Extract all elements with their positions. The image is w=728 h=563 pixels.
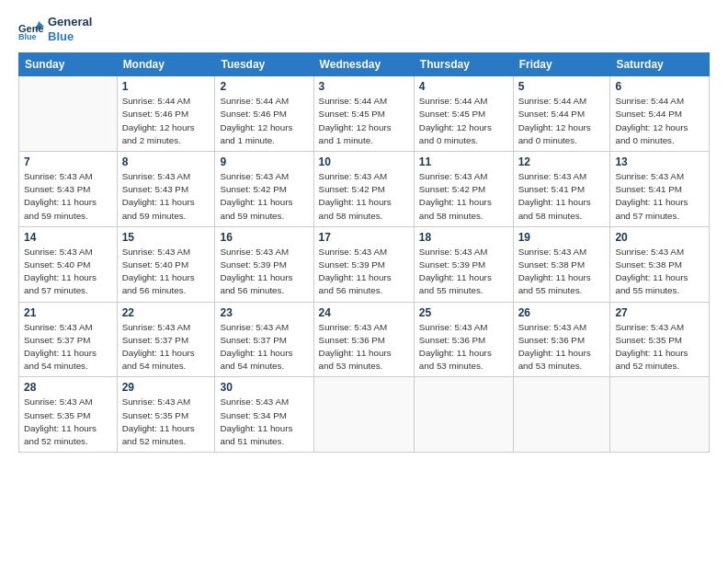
calendar-cell: 30Sunrise: 5:43 AMSunset: 5:34 PMDayligh… xyxy=(215,377,313,453)
day-number: 25 xyxy=(419,306,508,319)
day-number: 22 xyxy=(122,306,210,319)
logo-text-blue: Blue xyxy=(48,29,92,44)
calendar-cell: 25Sunrise: 5:43 AMSunset: 5:36 PMDayligh… xyxy=(414,302,513,377)
day-number: 28 xyxy=(24,381,112,394)
day-info: Sunrise: 5:43 AMSunset: 5:38 PMDaylight:… xyxy=(518,246,606,298)
day-number: 23 xyxy=(220,306,308,319)
day-info: Sunrise: 5:43 AMSunset: 5:43 PMDaylight:… xyxy=(122,170,210,223)
day-number: 7 xyxy=(24,155,112,168)
calendar-header-thursday: Thursday xyxy=(414,53,513,76)
day-number: 29 xyxy=(122,381,210,394)
day-number: 13 xyxy=(615,155,704,168)
calendar-cell: 26Sunrise: 5:43 AMSunset: 5:36 PMDayligh… xyxy=(513,302,610,377)
calendar-cell: 9Sunrise: 5:43 AMSunset: 5:42 PMDaylight… xyxy=(215,152,313,227)
calendar-cell: 13Sunrise: 5:43 AMSunset: 5:41 PMDayligh… xyxy=(610,152,710,227)
day-number: 6 xyxy=(615,80,704,93)
calendar-header-friday: Friday xyxy=(513,53,610,76)
day-info: Sunrise: 5:43 AMSunset: 5:36 PMDaylight:… xyxy=(319,321,409,373)
day-number: 9 xyxy=(220,155,308,168)
day-number: 5 xyxy=(518,80,606,93)
day-info: Sunrise: 5:43 AMSunset: 5:42 PMDaylight:… xyxy=(419,170,508,223)
day-number: 15 xyxy=(122,231,210,244)
calendar-cell: 6Sunrise: 5:44 AMSunset: 5:44 PMDaylight… xyxy=(610,76,710,152)
calendar-cell: 19Sunrise: 5:43 AMSunset: 5:38 PMDayligh… xyxy=(513,226,610,302)
calendar-row-3: 21Sunrise: 5:43 AMSunset: 5:37 PMDayligh… xyxy=(19,302,710,377)
calendar-cell xyxy=(610,377,710,453)
day-number: 16 xyxy=(220,231,308,244)
day-info: Sunrise: 5:43 AMSunset: 5:43 PMDaylight:… xyxy=(24,170,112,223)
calendar-cell: 17Sunrise: 5:43 AMSunset: 5:39 PMDayligh… xyxy=(313,226,414,302)
calendar-cell: 7Sunrise: 5:43 AMSunset: 5:43 PMDaylight… xyxy=(19,152,118,227)
day-info: Sunrise: 5:43 AMSunset: 5:40 PMDaylight:… xyxy=(24,246,112,298)
day-info: Sunrise: 5:44 AMSunset: 5:44 PMDaylight:… xyxy=(615,95,704,147)
calendar-table: SundayMondayTuesdayWednesdayThursdayFrid… xyxy=(18,52,710,453)
day-number: 3 xyxy=(319,80,409,93)
svg-text:Blue: Blue xyxy=(18,32,37,40)
logo-icon: General Blue xyxy=(18,19,44,40)
calendar-cell xyxy=(414,377,513,453)
calendar-cell: 16Sunrise: 5:43 AMSunset: 5:39 PMDayligh… xyxy=(215,226,313,302)
day-info: Sunrise: 5:44 AMSunset: 5:46 PMDaylight:… xyxy=(122,95,210,147)
day-info: Sunrise: 5:43 AMSunset: 5:36 PMDaylight:… xyxy=(419,321,508,373)
day-info: Sunrise: 5:43 AMSunset: 5:41 PMDaylight:… xyxy=(615,170,704,223)
day-number: 11 xyxy=(419,155,508,168)
day-info: Sunrise: 5:43 AMSunset: 5:40 PMDaylight:… xyxy=(122,246,210,298)
header: General Blue General Blue xyxy=(18,15,710,43)
calendar-cell xyxy=(19,76,118,152)
day-number: 26 xyxy=(518,306,606,319)
page-container: General Blue General Blue SundayMondayTu… xyxy=(0,0,728,462)
calendar-header-monday: Monday xyxy=(117,53,215,76)
calendar-cell: 12Sunrise: 5:43 AMSunset: 5:41 PMDayligh… xyxy=(513,152,610,227)
day-info: Sunrise: 5:44 AMSunset: 5:45 PMDaylight:… xyxy=(419,95,508,147)
day-info: Sunrise: 5:43 AMSunset: 5:34 PMDaylight:… xyxy=(220,396,308,448)
calendar-row-2: 14Sunrise: 5:43 AMSunset: 5:40 PMDayligh… xyxy=(19,226,710,302)
calendar-cell: 3Sunrise: 5:44 AMSunset: 5:45 PMDaylight… xyxy=(313,76,414,152)
calendar-cell xyxy=(313,377,414,453)
calendar-cell: 29Sunrise: 5:43 AMSunset: 5:35 PMDayligh… xyxy=(117,377,215,453)
calendar-row-0: 1Sunrise: 5:44 AMSunset: 5:46 PMDaylight… xyxy=(19,76,710,152)
logo-text-general: General xyxy=(48,15,92,29)
calendar-cell: 23Sunrise: 5:43 AMSunset: 5:37 PMDayligh… xyxy=(215,302,313,377)
day-info: Sunrise: 5:43 AMSunset: 5:37 PMDaylight:… xyxy=(220,321,308,373)
day-info: Sunrise: 5:43 AMSunset: 5:35 PMDaylight:… xyxy=(122,396,210,448)
day-info: Sunrise: 5:43 AMSunset: 5:38 PMDaylight:… xyxy=(615,246,704,298)
calendar-cell: 22Sunrise: 5:43 AMSunset: 5:37 PMDayligh… xyxy=(117,302,215,377)
calendar-cell xyxy=(513,377,610,453)
day-number: 21 xyxy=(24,306,112,319)
calendar-cell: 10Sunrise: 5:43 AMSunset: 5:42 PMDayligh… xyxy=(313,152,414,227)
calendar-cell: 20Sunrise: 5:43 AMSunset: 5:38 PMDayligh… xyxy=(610,226,710,302)
day-info: Sunrise: 5:43 AMSunset: 5:35 PMDaylight:… xyxy=(615,321,704,373)
day-number: 4 xyxy=(419,80,508,93)
day-info: Sunrise: 5:44 AMSunset: 5:45 PMDaylight:… xyxy=(319,95,409,147)
day-info: Sunrise: 5:43 AMSunset: 5:36 PMDaylight:… xyxy=(518,321,606,373)
day-number: 20 xyxy=(615,231,704,244)
day-info: Sunrise: 5:43 AMSunset: 5:37 PMDaylight:… xyxy=(24,321,112,373)
day-info: Sunrise: 5:44 AMSunset: 5:46 PMDaylight:… xyxy=(220,95,308,147)
day-info: Sunrise: 5:43 AMSunset: 5:42 PMDaylight:… xyxy=(319,170,409,223)
calendar-cell: 18Sunrise: 5:43 AMSunset: 5:39 PMDayligh… xyxy=(414,226,513,302)
day-number: 18 xyxy=(419,231,508,244)
day-number: 10 xyxy=(319,155,409,168)
calendar-row-1: 7Sunrise: 5:43 AMSunset: 5:43 PMDaylight… xyxy=(19,152,710,227)
calendar-row-4: 28Sunrise: 5:43 AMSunset: 5:35 PMDayligh… xyxy=(19,377,710,453)
day-number: 27 xyxy=(615,306,704,319)
day-number: 1 xyxy=(122,80,210,93)
calendar-cell: 21Sunrise: 5:43 AMSunset: 5:37 PMDayligh… xyxy=(19,302,118,377)
calendar-cell: 14Sunrise: 5:43 AMSunset: 5:40 PMDayligh… xyxy=(19,226,118,302)
calendar-cell: 28Sunrise: 5:43 AMSunset: 5:35 PMDayligh… xyxy=(19,377,118,453)
day-info: Sunrise: 5:43 AMSunset: 5:39 PMDaylight:… xyxy=(220,246,308,298)
calendar-header-saturday: Saturday xyxy=(610,53,710,76)
day-info: Sunrise: 5:43 AMSunset: 5:39 PMDaylight:… xyxy=(419,246,508,298)
calendar-header-tuesday: Tuesday xyxy=(215,53,313,76)
calendar-cell: 2Sunrise: 5:44 AMSunset: 5:46 PMDaylight… xyxy=(215,76,313,152)
day-info: Sunrise: 5:43 AMSunset: 5:39 PMDaylight:… xyxy=(319,246,409,298)
day-info: Sunrise: 5:44 AMSunset: 5:44 PMDaylight:… xyxy=(518,95,606,147)
day-number: 8 xyxy=(122,155,210,168)
calendar-cell: 11Sunrise: 5:43 AMSunset: 5:42 PMDayligh… xyxy=(414,152,513,227)
day-number: 19 xyxy=(518,231,606,244)
day-number: 12 xyxy=(518,155,606,168)
calendar-cell: 15Sunrise: 5:43 AMSunset: 5:40 PMDayligh… xyxy=(117,226,215,302)
calendar-cell: 27Sunrise: 5:43 AMSunset: 5:35 PMDayligh… xyxy=(610,302,710,377)
calendar-header-wednesday: Wednesday xyxy=(313,53,414,76)
day-info: Sunrise: 5:43 AMSunset: 5:37 PMDaylight:… xyxy=(122,321,210,373)
